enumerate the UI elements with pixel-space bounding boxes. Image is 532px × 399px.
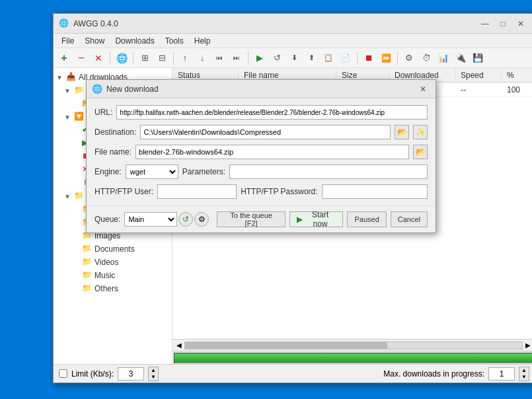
scroll-track[interactable] [184, 342, 523, 349]
http-user-input[interactable] [157, 184, 237, 199]
progress-area [172, 351, 532, 364]
limit-down[interactable]: ▼ [149, 374, 158, 381]
tb-list2[interactable]: ⊟ [154, 50, 170, 66]
tb-schedule[interactable]: ⏱ [418, 50, 434, 66]
destination-input[interactable] [140, 125, 391, 139]
dialog-footer: Queue: Main Default ↺ ⚙ To the queue [F2… [87, 205, 436, 233]
arrow-completed [72, 127, 80, 134]
tree-others[interactable]: 📁 Others [54, 282, 172, 295]
tb-list1[interactable]: ⊞ [137, 50, 153, 66]
tb-browser[interactable]: 🌐 [114, 50, 130, 66]
icon-categories: 📁 [74, 191, 85, 201]
tree-documents[interactable]: 📁 Documents [54, 242, 172, 256]
http-row: HTTP/FTP User: HTTP/FTP Password: [95, 184, 428, 199]
max-label: Max. downloads in progress: [383, 369, 484, 379]
dialog-close-button[interactable]: ✕ [416, 83, 430, 96]
minimize-button[interactable]: — [476, 17, 494, 31]
sep5 [357, 52, 358, 65]
th-pct: % [502, 69, 532, 81]
maximize-button[interactable]: □ [494, 17, 512, 31]
tb-remove[interactable]: − [73, 50, 89, 66]
tb-first[interactable]: ⏮ [211, 50, 227, 66]
arrow-stopped [72, 153, 80, 161]
tree-videos[interactable]: 📁 Videos [54, 256, 172, 269]
arrow-paused [72, 180, 80, 187]
http-pass-label: HTTP/FTP Password: [241, 187, 317, 196]
tb-connect[interactable]: 🔌 [453, 50, 469, 66]
limit-checkbox[interactable] [59, 369, 67, 378]
horizontal-scrollbar: ◀ ▶ [172, 339, 532, 351]
params-input[interactable] [229, 164, 428, 179]
sep3 [173, 52, 174, 65]
tb-settings[interactable]: ⚙ [401, 50, 417, 66]
tb-save[interactable]: 💾 [470, 50, 486, 66]
title-controls: — □ ✕ [476, 17, 529, 31]
icon-others: 📁 [82, 283, 93, 294]
icon-documents: 📁 [82, 244, 93, 254]
scroll-right-btn[interactable]: ▶ [523, 342, 532, 349]
filename-browse-btn[interactable]: 📂 [413, 145, 428, 159]
dialog-body: URL: Destination: 📂 ✨ File name: 📂 Engin… [87, 98, 436, 205]
dialog-title-bar: 🌐 New download ✕ [87, 80, 436, 98]
new-download-dialog: 🌐 New download ✕ URL: Destination: 📂 ✨ F… [86, 79, 436, 233]
tb-stop-all[interactable]: ⏹ [361, 50, 377, 66]
queue-refresh-btn[interactable]: ↺ [178, 212, 193, 227]
tb-refresh[interactable]: ↺ [269, 50, 285, 66]
tb-download[interactable]: ⬇ [286, 50, 302, 66]
tb-up[interactable]: ↑ [177, 50, 193, 66]
limit-up[interactable]: ▲ [149, 367, 158, 374]
tb-resume[interactable]: ⏩ [378, 50, 394, 66]
td-pct: 100 [502, 84, 532, 96]
arrow-all: ▼ [56, 74, 64, 81]
tb-add[interactable]: + [56, 50, 72, 66]
limit-label: Limit (Kb/s): [71, 369, 114, 379]
queue-settings-btn[interactable]: ⚙ [194, 212, 209, 227]
tb-stop-red[interactable]: ✕ [91, 50, 106, 66]
max-up[interactable]: ▲ [519, 367, 529, 374]
max-down[interactable]: ▼ [519, 374, 529, 381]
menu-tools[interactable]: Tools [160, 35, 189, 47]
tb-down[interactable]: ↓ [194, 50, 210, 66]
engine-row: Engine: wget aria2c curl Parameters: [95, 164, 428, 179]
destination-new-btn[interactable]: ✨ [413, 125, 428, 139]
icon-all: 📥 [66, 72, 77, 83]
tb-last[interactable]: ⏭ [229, 50, 245, 66]
menu-show[interactable]: Show [79, 35, 110, 47]
tree-music[interactable]: 📁 Music [54, 269, 172, 282]
http-pass-input[interactable] [322, 184, 428, 199]
scroll-thumb[interactable] [185, 342, 387, 349]
menu-help[interactable]: Help [189, 35, 216, 47]
destination-browse-btn[interactable]: 📂 [395, 125, 409, 139]
limit-input[interactable] [118, 367, 144, 381]
arrow-inprogress [72, 140, 80, 147]
engine-select[interactable]: wget aria2c curl [126, 164, 178, 179]
start-now-button[interactable]: ▶ Start now [289, 211, 344, 227]
status-right: Max. downloads in progress: ▲ ▼ [383, 367, 529, 381]
scroll-left-btn[interactable]: ◀ [174, 342, 184, 349]
menu-downloads[interactable]: Downloads [110, 35, 159, 47]
tb-clip2[interactable]: 📄 [338, 50, 354, 66]
to-queue-button[interactable]: To the queue [F2] [217, 211, 285, 227]
arrow-music [72, 272, 80, 279]
max-spinner: ▲ ▼ [519, 367, 529, 381]
filename-row: File name: 📂 [95, 145, 428, 159]
icon-music: 📁 [82, 270, 93, 281]
close-button[interactable]: ✕ [512, 17, 529, 31]
tb-start[interactable]: ▶ [252, 50, 268, 66]
params-label: Parameters: [182, 167, 225, 176]
max-input[interactable] [488, 367, 515, 381]
tb-clip1[interactable]: 📋 [321, 50, 336, 66]
cancel-button[interactable]: Cancel [391, 211, 428, 227]
url-input[interactable] [116, 105, 428, 120]
tb-stats[interactable]: 📊 [436, 50, 451, 66]
status-bar: Limit (Kb/s): ▲ ▼ Max. downloads in prog… [54, 364, 532, 382]
arrow-main [72, 100, 80, 108]
filename-input[interactable] [135, 145, 409, 159]
tb-upload[interactable]: ⬆ [303, 50, 319, 66]
queue-select[interactable]: Main Default [124, 212, 177, 227]
menu-file[interactable]: File [56, 35, 79, 47]
arrow-compressed [72, 206, 80, 213]
paused-button[interactable]: Paused [347, 211, 386, 227]
queue-select-wrap: Main Default ↺ ⚙ [124, 212, 209, 227]
filename-label: File name: [95, 147, 132, 157]
